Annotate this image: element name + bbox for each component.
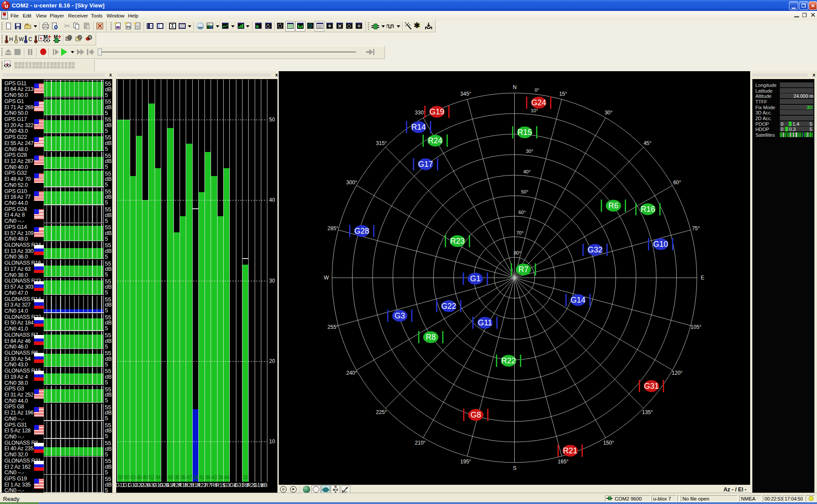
svg-text:R23: R23 bbox=[450, 237, 464, 245]
svg-text:195°: 195° bbox=[460, 459, 471, 465]
svg-text:165°: 165° bbox=[558, 459, 569, 465]
svg-text:80°: 80° bbox=[514, 250, 521, 255]
svg-text:G14: G14 bbox=[571, 296, 585, 304]
svg-text:70°: 70° bbox=[516, 230, 524, 235]
svg-text:S: S bbox=[513, 465, 516, 471]
svg-text:R24: R24 bbox=[428, 136, 442, 145]
svg-text:R7: R7 bbox=[518, 265, 528, 274]
svg-text:240°: 240° bbox=[346, 370, 357, 376]
svg-text:R16: R16 bbox=[640, 205, 655, 214]
svg-text:R21: R21 bbox=[563, 446, 577, 455]
svg-text:300°: 300° bbox=[346, 180, 357, 186]
svg-text:R6: R6 bbox=[608, 201, 618, 210]
svg-text:G19: G19 bbox=[429, 107, 444, 116]
svg-text:G11: G11 bbox=[478, 318, 492, 327]
svg-text:60°: 60° bbox=[673, 180, 681, 186]
svg-text:R14: R14 bbox=[411, 123, 426, 131]
svg-text:285°: 285° bbox=[328, 225, 339, 231]
svg-text:330°: 330° bbox=[415, 110, 426, 116]
svg-text:10°: 10° bbox=[531, 108, 538, 113]
svg-text:G10: G10 bbox=[653, 240, 668, 249]
svg-text:W: W bbox=[324, 275, 329, 281]
svg-text:210°: 210° bbox=[415, 440, 426, 446]
svg-text:60°: 60° bbox=[519, 210, 526, 215]
svg-text:G24: G24 bbox=[531, 98, 546, 107]
svg-text:0°: 0° bbox=[346, 487, 348, 490]
svg-text:R15: R15 bbox=[517, 128, 532, 137]
svg-text:30°: 30° bbox=[526, 148, 533, 154]
svg-text:N: N bbox=[513, 84, 517, 90]
svg-text:G1: G1 bbox=[470, 274, 481, 283]
svg-text:15°: 15° bbox=[559, 91, 567, 97]
svg-text:G31: G31 bbox=[644, 382, 659, 390]
svg-text:345°: 345° bbox=[460, 91, 471, 97]
svg-text:30°: 30° bbox=[605, 110, 613, 116]
svg-text:315°: 315° bbox=[376, 140, 387, 146]
svg-text:R22: R22 bbox=[501, 356, 516, 365]
svg-text:G17: G17 bbox=[418, 160, 433, 169]
svg-text:40°: 40° bbox=[523, 169, 531, 174]
svg-text:255°: 255° bbox=[328, 324, 339, 330]
svg-text:G3: G3 bbox=[395, 311, 405, 320]
svg-text:G8: G8 bbox=[471, 411, 481, 419]
svg-text:0°: 0° bbox=[535, 87, 540, 93]
svg-text:105°: 105° bbox=[691, 324, 702, 330]
svg-text:G22: G22 bbox=[441, 302, 456, 311]
svg-text:225°: 225° bbox=[376, 409, 387, 415]
svg-text:G28: G28 bbox=[354, 227, 369, 235]
svg-text:45°: 45° bbox=[644, 140, 651, 146]
svg-text:75°: 75° bbox=[692, 225, 700, 231]
svg-text:R8: R8 bbox=[426, 333, 436, 342]
svg-text:E: E bbox=[701, 275, 704, 281]
svg-text:135°: 135° bbox=[642, 409, 653, 415]
svg-text:120°: 120° bbox=[672, 370, 683, 376]
svg-text:G32: G32 bbox=[588, 245, 602, 254]
svg-text:150°: 150° bbox=[603, 440, 614, 446]
svg-text:50°: 50° bbox=[521, 189, 529, 194]
